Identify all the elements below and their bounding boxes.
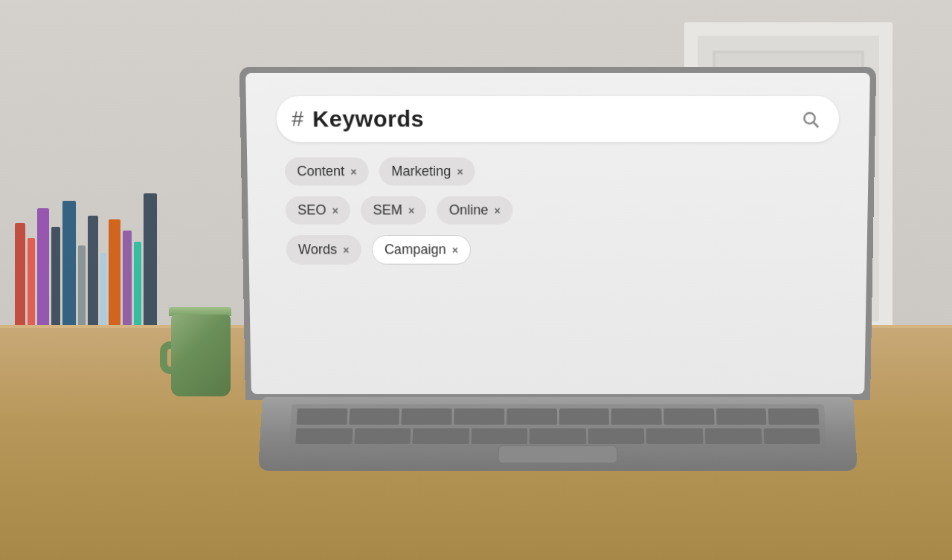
key (506, 408, 557, 424)
laptop-base (258, 397, 858, 472)
tag-close-icon[interactable]: × (350, 165, 356, 177)
tag-label: SEM (373, 202, 402, 218)
tag-content[interactable]: Content × (285, 158, 369, 186)
tag-label: SEO (298, 202, 327, 218)
key (768, 408, 819, 424)
key (295, 428, 353, 444)
keyboard-row-2 (295, 428, 820, 444)
tags-row-3: Words × Campaign × (286, 235, 837, 265)
key (297, 408, 347, 424)
trackpad[interactable] (498, 445, 618, 463)
laptop-screen: # Keywords Content × (239, 67, 876, 400)
tag-sem[interactable]: SEM × (361, 196, 427, 225)
key (413, 428, 469, 444)
tags-row-2: SEO × SEM × Online × (286, 196, 838, 225)
tags-row-1: Content × Marketing × (285, 158, 838, 186)
laptop: # Keywords Content × (245, 84, 870, 471)
tag-label: Online (449, 202, 489, 218)
tag-seo[interactable]: SEO × (286, 196, 351, 225)
scene: # Keywords Content × (0, 0, 952, 560)
tag-close-icon[interactable]: × (452, 244, 458, 256)
mug-body (171, 315, 231, 396)
keyboard-row-1 (297, 408, 820, 424)
tag-marketing[interactable]: Marketing × (379, 158, 475, 186)
key (611, 408, 662, 424)
hash-symbol: # (292, 109, 303, 130)
key (349, 408, 399, 424)
key (763, 428, 820, 444)
key (559, 408, 610, 424)
key (588, 428, 645, 444)
key (705, 428, 762, 444)
key (454, 408, 504, 424)
tags-area: Content × Marketing × SEO × (277, 158, 839, 265)
key (354, 428, 411, 444)
search-text: Keywords (312, 106, 788, 132)
tag-close-icon[interactable]: × (343, 244, 349, 256)
tag-close-icon[interactable]: × (332, 205, 338, 216)
key (646, 428, 703, 444)
tag-close-icon[interactable]: × (494, 205, 500, 216)
screen-content: # Keywords Content × (245, 73, 870, 394)
tag-label: Words (298, 242, 337, 257)
keyboard-area (289, 404, 826, 448)
key (402, 408, 452, 424)
tag-label: Content (297, 164, 344, 180)
tag-words[interactable]: Words × (286, 235, 361, 265)
mug (160, 292, 242, 396)
tag-label: Campaign (385, 242, 446, 257)
svg-line-1 (814, 123, 818, 127)
search-icon[interactable] (797, 105, 824, 132)
tag-close-icon[interactable]: × (457, 165, 463, 177)
key (530, 428, 586, 444)
tag-online[interactable]: Online × (437, 196, 512, 225)
tag-label: Marketing (391, 164, 451, 180)
tag-campaign[interactable]: Campaign × (371, 235, 471, 265)
search-bar[interactable]: # Keywords (276, 96, 839, 142)
key (663, 408, 714, 424)
key (471, 428, 527, 444)
key (716, 408, 767, 424)
tag-close-icon[interactable]: × (408, 205, 414, 216)
